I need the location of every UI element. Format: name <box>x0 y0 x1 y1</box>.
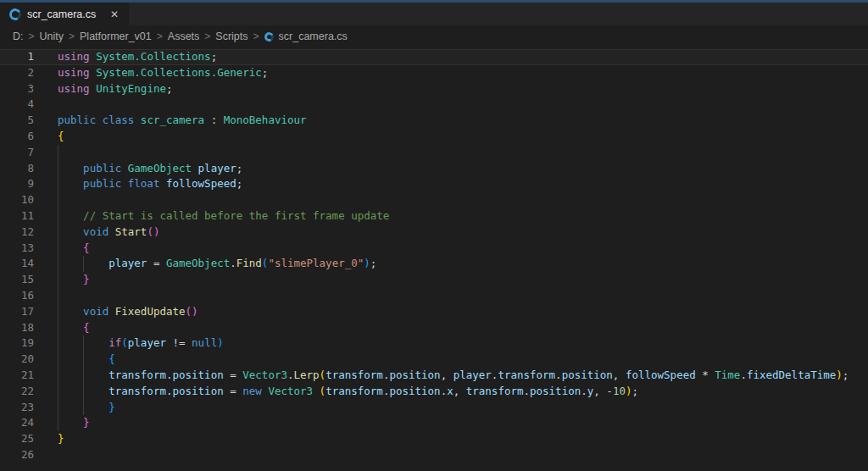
line-number: 10 <box>0 192 34 208</box>
breadcrumb-file-label: scr_camera.cs <box>279 30 348 42</box>
code-token: ; <box>843 368 849 381</box>
code-line[interactable]: 11 // Start is called before the first f… <box>0 208 868 224</box>
breadcrumb-item[interactable]: D: <box>13 30 24 42</box>
line-number: 23 <box>0 400 34 416</box>
code-token: GameObject <box>166 257 230 269</box>
code-token: followSpeed <box>626 368 696 381</box>
code-token: ( <box>121 336 128 349</box>
code-line[interactable]: 17 void FixedUpdate() <box>0 304 868 320</box>
code-token: transform <box>498 368 555 381</box>
code-token: ) <box>836 368 843 381</box>
code-token: player <box>198 162 236 175</box>
code-line[interactable]: 23 } <box>0 400 868 416</box>
indent-guide <box>83 400 84 416</box>
code-token <box>121 177 128 190</box>
code-token: MonoBehaviour <box>224 114 307 126</box>
code-line[interactable]: 8 public GameObject player; <box>0 161 868 177</box>
line-number: 9 <box>0 176 34 192</box>
code-line[interactable]: 9 public float followSpeed; <box>0 176 868 192</box>
code-line-content: public float followSpeed; <box>58 176 868 192</box>
line-number: 16 <box>0 288 34 304</box>
code-line[interactable]: 14 player = GameObject.Find("slimePlayer… <box>0 256 868 272</box>
code-line-content: using System.Collections.Generic; <box>58 65 868 81</box>
indent-guide <box>58 192 58 208</box>
breadcrumb: D:>Unity>Platformer_v01>Assets>Scripts>s… <box>0 25 868 47</box>
code-line[interactable]: 16 <box>0 288 868 304</box>
code-line[interactable]: 15 } <box>0 272 868 288</box>
code-line[interactable]: 10 <box>0 192 868 208</box>
code-token: Time <box>715 368 740 381</box>
code-token: } <box>83 273 90 285</box>
breadcrumb-item[interactable]: Unity <box>40 30 64 42</box>
code-line[interactable]: 21 transform.position = Vector3.Lerp(tra… <box>0 368 868 384</box>
indent-guide <box>58 400 58 416</box>
code-line-content: { <box>58 241 868 257</box>
code-token: void <box>83 225 108 238</box>
code-token: class <box>103 114 135 126</box>
code-token: ) <box>217 336 224 349</box>
tab-label: scr_camera.cs <box>27 8 96 20</box>
line-number: 22 <box>0 384 34 400</box>
breadcrumb-item[interactable]: Platformer_v01 <box>80 30 152 42</box>
code-line-content: } <box>58 400 868 416</box>
indent-guide <box>58 208 58 224</box>
code-line[interactable]: 2using System.Collections.Generic; <box>0 65 868 81</box>
code-token <box>58 162 83 175</box>
breadcrumb-item[interactable]: Assets <box>168 30 200 42</box>
line-number: 18 <box>0 320 34 336</box>
code-token: } <box>58 432 64 445</box>
breadcrumb-item[interactable]: Scripts <box>215 30 248 42</box>
code-token: != <box>166 336 192 349</box>
code-token: ; <box>166 82 173 95</box>
code-token: position <box>172 368 223 381</box>
code-line[interactable]: 19 if(player != null) <box>0 335 868 352</box>
code-line-content <box>58 145 868 161</box>
code-token: , <box>441 368 453 381</box>
code-token: System.Collections.Generic <box>96 66 262 79</box>
code-token: UnityEngine <box>96 82 166 95</box>
indent-guide <box>83 352 84 368</box>
indent-guide <box>58 368 58 384</box>
breadcrumb-separator-icon: > <box>253 30 259 42</box>
code-token: transform <box>326 368 383 381</box>
indent-guide <box>83 335 84 352</box>
line-number: 15 <box>0 272 34 288</box>
code-editor[interactable]: 1using System.Collections;2using System.… <box>0 47 868 463</box>
code-line[interactable]: 5public class scr_camera : MonoBehaviour <box>0 113 868 129</box>
code-line[interactable]: 25} <box>0 431 868 447</box>
indent-guide <box>58 176 58 192</box>
code-line[interactable]: 7 <box>0 145 868 161</box>
code-line[interactable]: 4 <box>0 97 868 113</box>
code-line[interactable]: 12 void Start() <box>0 224 868 241</box>
code-line[interactable]: 24 } <box>0 415 868 431</box>
code-line-content: public class scr_camera : MonoBehaviour <box>58 113 868 129</box>
line-number: 1 <box>0 49 34 65</box>
code-line[interactable]: 13 { <box>0 241 868 257</box>
indent-guide <box>58 256 58 272</box>
line-number: 25 <box>0 431 34 447</box>
code-token: } <box>83 416 90 429</box>
line-number: 7 <box>0 145 34 161</box>
code-token: using <box>58 82 90 95</box>
code-line[interactable]: 20 { <box>0 352 868 368</box>
tab-close-icon[interactable]: ✕ <box>107 7 122 22</box>
indent-guide <box>58 415 58 431</box>
tab-scr-camera-cs[interactable]: scr_camera.cs ✕ <box>0 3 129 25</box>
code-token: using <box>58 50 90 63</box>
code-token <box>58 416 83 429</box>
code-token: Vector3 <box>268 385 313 397</box>
code-line[interactable]: 22 transform.position = new Vector3 (tra… <box>0 384 868 400</box>
indent-guide <box>83 368 84 384</box>
code-token: transform <box>108 368 166 381</box>
code-token: position <box>562 368 613 381</box>
code-line[interactable]: 26 <box>0 447 868 463</box>
code-token <box>108 305 115 318</box>
code-line[interactable]: 1using System.Collections; <box>0 49 868 65</box>
breadcrumb-item-file[interactable]: scr_camera.cs <box>264 30 348 42</box>
indent-guide <box>83 384 84 400</box>
breadcrumb-separator-icon: > <box>69 30 75 42</box>
code-line[interactable]: 18 { <box>0 320 868 336</box>
code-line-content: using System.Collections; <box>58 49 868 65</box>
code-line[interactable]: 6{ <box>0 129 868 145</box>
code-line[interactable]: 3using UnityEngine; <box>0 81 868 97</box>
